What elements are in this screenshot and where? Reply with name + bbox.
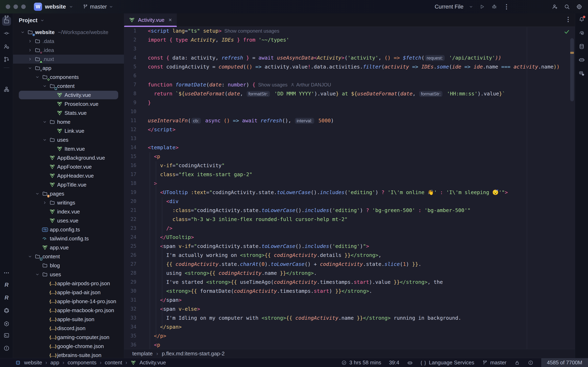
code-line-3[interactable]: 3 [124,44,575,53]
code-line-30[interactable]: 30 <strong>{{ formatDate(codingActivity.… [124,286,575,295]
problems-icon[interactable] [528,360,534,366]
tree-item-app-config-ts[interactable]: TSapp.config.ts [13,225,124,234]
commit-icon[interactable] [2,29,11,38]
code-line-11[interactable]: 11useIntervalFn(cb: async () => await re… [124,116,575,125]
path-segment-content[interactable]: content [105,359,122,366]
code-line-36[interactable]: 36 <p [124,340,575,349]
tree-item-writings[interactable]: writings [13,198,124,207]
code-line-33[interactable]: 33 I'm Idling on my computer with <stron… [124,313,575,322]
chevron-down-icon[interactable] [469,4,473,9]
tree-item-content[interactable]: content [13,252,124,261]
tree-item-website[interactable]: ⊕website~/Workspace/website [13,28,124,37]
code-line-24[interactable]: 24 </UTooltip> [124,233,575,242]
code-line-26[interactable]: 26 I'm actually working on <strong>{{ co… [124,250,575,259]
status-file-path[interactable]: website›app›components›content›Activity.… [15,359,166,366]
code-line-15[interactable]: 15 <p [124,152,575,161]
code-line-25[interactable]: 25 <span v-if="codingActivity.state.toLo… [124,242,575,250]
ai-robot-icon[interactable] [407,360,413,366]
pull-request-icon[interactable] [2,55,11,64]
code-line-5[interactable]: 5const codingActivity = computed(() => a… [124,62,575,71]
chevron-down-icon[interactable] [35,272,42,277]
tree-item-apple-iphone-14-pro-json[interactable]: {…}apple-iphone-14-pro.json [13,297,124,306]
tree-item-uses[interactable]: uses [13,135,124,144]
tree-item-appfooter-vue[interactable]: AppFooter.vue [13,162,124,171]
more-actions-icon[interactable]: ⋮ [503,3,510,10]
tree-item-gaming-computer-json[interactable]: {…}gaming-computer.json [13,333,124,342]
r-logo-icon[interactable]: R [2,280,11,289]
project-panel-header[interactable]: Project [13,13,124,27]
git-branch-widget[interactable]: master [482,359,506,366]
tree-item-uses[interactable]: uses [13,270,124,279]
code-line-19[interactable]: 19 <UTooltip :text="codingActivity.state… [124,188,575,197]
tree-item-jetbrains-suite-json[interactable]: {…}jetbrains-suite.json [13,351,124,358]
tree-item--idea[interactable]: IJ.idea [13,46,124,55]
code-line-14[interactable]: 14<template> [124,143,575,152]
search-everywhere-icon[interactable] [563,3,571,10]
code-line-17[interactable]: 17 class="flex items-start gap-2" [124,170,575,179]
code-line-9[interactable]: 9} [124,98,575,107]
git-branch-icon[interactable] [2,13,11,22]
write-access-unlock-icon[interactable] [514,360,520,366]
tree-item-appheader-vue[interactable]: AppHeader.vue [13,171,124,180]
code-line-20[interactable]: 20 <div [124,197,575,206]
editor-options-icon[interactable]: ⋮ [565,16,571,22]
breadcrumb-template[interactable]: template [132,350,153,357]
tree-item-home[interactable]: home [13,117,124,126]
window-minimize-button[interactable] [13,4,18,9]
code-line-12[interactable]: 12</script> [124,125,575,134]
inspections-ok-icon[interactable] [563,29,570,35]
code-line-2[interactable]: 2import { type Activity, IDEs } from '~~… [124,35,575,44]
tree-item-apple-macbook-pro-json[interactable]: {…}apple-macbook-pro.json [13,306,124,315]
chevron-right-icon[interactable] [28,39,35,44]
code-line-34[interactable]: 34 </span> [124,322,575,331]
window-zoom-button[interactable] [21,4,26,9]
code-line-23[interactable]: 23 /> [124,224,575,233]
code-line-13[interactable]: 13 [124,134,575,143]
chevron-right-icon[interactable] [28,57,35,62]
code-line-18[interactable]: 18 > [124,179,575,188]
tree-item-item-vue[interactable]: Item.vue [13,144,124,153]
structure-icon[interactable] [2,85,11,94]
chevron-down-icon[interactable] [35,75,42,80]
tree-item-stats-vue[interactable]: Stats.vue [13,108,124,117]
tree-item--nuxt[interactable]: .nuxt [13,55,124,64]
tree-item-index-vue[interactable]: index.vue [13,207,124,216]
run-configuration[interactable]: Current File [435,4,463,10]
code-line-22[interactable]: 22 class="h-3 w-3 inline-flex rounded-fu… [124,215,575,224]
database-icon[interactable] [577,42,586,51]
editor-scrollbar[interactable] [570,38,574,101]
path-segment-website[interactable]: website [24,359,42,366]
code-line-29[interactable]: 29 I've started <strong>{{ useTimeAgo(co… [124,277,575,286]
tree-item-link-vue[interactable]: Link.vue [13,126,124,135]
chevron-down-icon[interactable] [20,30,27,35]
r-logo-icon[interactable]: R [2,293,11,302]
tree-item-discord-json[interactable]: {…}discord.json [13,324,124,333]
window-controls[interactable] [6,4,26,9]
code-editor[interactable]: 1<script lang="ts" setup> Show component… [124,27,575,349]
tree-item-appbackground-vue[interactable]: AppBackground.vue [13,153,124,162]
code-line-16[interactable]: 16 v-if="codingActivity" [124,161,575,170]
chevron-down-icon[interactable] [43,83,49,89]
path-segment-app[interactable]: app [51,359,59,366]
tree-item-apple-airpods-pro-json[interactable]: {…}apple-airpods-pro.json [13,279,124,288]
tree-item-apptitle-vue[interactable]: AppTitle.vue [13,180,124,189]
path-segment-components[interactable]: components [68,359,96,366]
chevron-down-icon[interactable] [43,137,49,142]
tree-item-app[interactable]: Λapp [13,64,124,73]
project-widget[interactable]: W website [34,3,73,11]
tree-item-tailwind-config-ts[interactable]: tailwind.config.ts [13,234,124,243]
code-line-35[interactable]: 35 </p> [124,331,575,340]
caret-position[interactable]: 39:4 [389,359,399,366]
tree-item-blog[interactable]: blog [13,261,124,270]
memory-indicator[interactable]: 4585 of 7700M [541,358,588,367]
window-close-button[interactable] [6,4,10,9]
problems-icon[interactable] [2,344,11,353]
code-line-4[interactable]: 4const { data: activity, refresh } = awa… [124,53,575,62]
users-icon[interactable]: ? [2,42,11,51]
code-line-6[interactable]: 6 [124,71,575,80]
tree-item-app-vue[interactable]: app.vue [13,243,124,252]
ai-swirl-icon[interactable] [577,29,586,38]
code-line-1[interactable]: 1<script lang="ts" setup> Show component… [124,27,575,35]
chevron-down-icon[interactable] [28,254,35,259]
tree-item-content[interactable]: content [13,82,124,91]
